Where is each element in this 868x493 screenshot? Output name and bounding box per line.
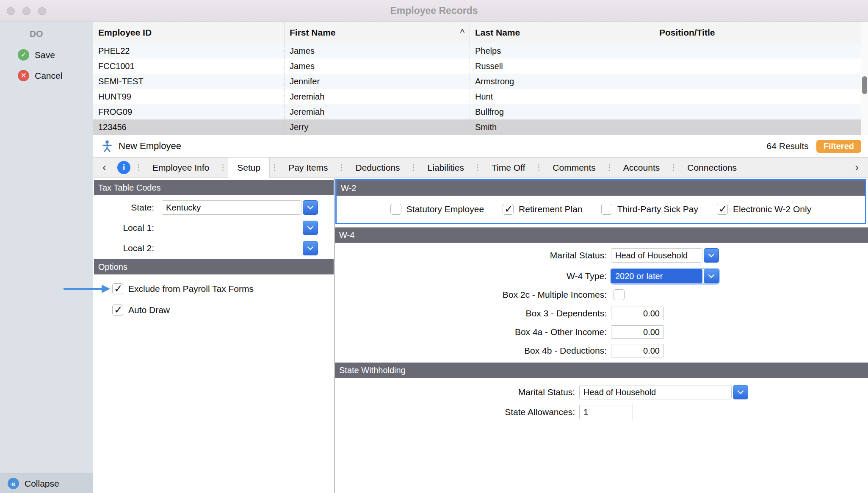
tab-liabilities[interactable]: Liabilities [419, 158, 473, 178]
cancel-button[interactable]: ✕ Cancel [0, 70, 93, 81]
local2-value[interactable] [162, 241, 301, 255]
tabs-scroll-right-icon[interactable]: › [846, 161, 868, 174]
w4-type-dropdown[interactable]: 2020 or later [611, 269, 719, 283]
chevron-down-icon[interactable] [303, 221, 318, 235]
tab-comments[interactable]: Comments [544, 158, 605, 178]
sw-marital-status-value[interactable]: Head of Household [579, 385, 732, 399]
do-header: DO [30, 29, 93, 39]
cell-employee-id: 123456 [93, 119, 285, 135]
auto-draw-checkbox[interactable] [112, 305, 123, 316]
w4-type-value[interactable]: 2020 or later [611, 269, 702, 283]
tab-separator-icon [534, 163, 544, 172]
local1-dropdown[interactable] [162, 221, 318, 235]
employee-table: Employee ID First Name ^ Last Name Posit… [93, 22, 868, 135]
w4-type-label: W-4 Type: [335, 271, 610, 281]
electronic-w2-only-checkbox[interactable] [717, 204, 728, 215]
minimize-button[interactable] [22, 7, 30, 15]
collapse-label: Collapse [25, 479, 59, 489]
cell-employee-id: PHEL22 [93, 43, 285, 58]
tab-bar: ‹ i Employee Info Setup Pay Items Deduct… [93, 158, 868, 178]
statutory-employee-checkbox[interactable] [390, 204, 401, 215]
box2c-label: Box 2c - Multiple Incomes: [335, 290, 610, 300]
auto-draw-row: Auto Draw [112, 303, 334, 317]
results-count: 64 Results [767, 141, 809, 151]
cell-first-name: Jennifer [285, 74, 470, 89]
column-header-position[interactable]: Position/Title [654, 22, 868, 43]
tabs-scroll-left-icon[interactable]: ‹ [93, 161, 116, 174]
column-header-employee-id[interactable]: Employee ID [93, 22, 285, 43]
tab-employee-info[interactable]: Employee Info [144, 158, 218, 178]
save-label: Save [35, 50, 55, 60]
box4a-other-income-field[interactable]: 0.00 [611, 325, 664, 339]
tab-separator-icon [337, 163, 347, 172]
table-header-row: Employee ID First Name ^ Last Name Posit… [93, 22, 868, 43]
local2-label: Local 2: [94, 243, 158, 253]
state-row: State: Kentucky [94, 200, 334, 215]
chevron-down-icon[interactable] [704, 248, 719, 263]
box3-label: Box 3 - Dependents: [335, 308, 610, 319]
zoom-button[interactable] [38, 7, 46, 15]
info-icon[interactable]: i [117, 161, 130, 174]
retirement-plan-item: Retirement Plan [503, 204, 583, 215]
tab-deductions[interactable]: Deductions [347, 158, 409, 178]
box4b-deductions-field[interactable]: 0.00 [611, 344, 664, 357]
state-value[interactable]: Kentucky [162, 200, 301, 215]
do-sidebar: DO ✓ Save ✕ Cancel « Collapse [0, 22, 93, 493]
tab-setup[interactable]: Setup [228, 158, 270, 178]
box3-dependents-field[interactable]: 0.00 [611, 307, 664, 320]
exclude-payroll-tax-forms-row: Exclude from Payroll Tax Forms [112, 282, 334, 296]
state-allowances-row: State Allowances: 1 [335, 405, 868, 419]
tab-time-off[interactable]: Time Off [483, 158, 534, 178]
w2-checkbox-row: Statutory Employee Retirement Plan Third… [337, 196, 865, 223]
chevron-down-icon[interactable] [704, 269, 719, 283]
exclude-payroll-tax-forms-label: Exclude from Payroll Tax Forms [128, 284, 254, 294]
table-row[interactable]: FROG09 Jeremiah Bullfrog [93, 104, 868, 119]
sw-marital-status-dropdown[interactable]: Head of Household [579, 385, 748, 399]
tab-pay-items[interactable]: Pay Items [279, 158, 337, 178]
table-row[interactable]: FCC1001 James Russell [93, 58, 868, 74]
table-row[interactable]: HUNT99 Jeremiah Hunt [93, 89, 868, 104]
section-header-tax-table-codes: Tax Table Codes [94, 180, 334, 195]
table-row[interactable]: 123456 Jerry Smith [93, 119, 868, 135]
table-row[interactable]: PHEL22 James Phelps [93, 43, 868, 58]
w4-marital-status-dropdown[interactable]: Head of Household [611, 248, 719, 263]
local2-dropdown[interactable] [162, 241, 318, 255]
tab-accounts[interactable]: Accounts [614, 158, 669, 178]
close-button[interactable] [7, 7, 15, 15]
third-party-sick-pay-item: Third-Party Sick Pay [601, 204, 698, 215]
tab-connections[interactable]: Connections [678, 158, 746, 178]
chevron-down-icon[interactable] [733, 385, 748, 399]
collapse-button[interactable]: « Collapse [0, 474, 93, 493]
column-header-first-name[interactable]: First Name ^ [285, 22, 470, 43]
table-scrollbar[interactable] [861, 22, 868, 135]
collapse-chevrons-icon: « [8, 478, 19, 489]
column-header-last-name[interactable]: Last Name [470, 22, 654, 43]
box3-row: Box 3 - Dependents: 0.00 [335, 307, 868, 320]
box2c-checkbox[interactable] [614, 289, 625, 300]
retirement-plan-label: Retirement Plan [519, 204, 583, 214]
section-header-w4: W-4 [335, 227, 868, 243]
retirement-plan-checkbox[interactable] [503, 204, 514, 215]
w4-marital-status-value[interactable]: Head of Household [611, 248, 702, 263]
save-button[interactable]: ✓ Save [0, 49, 93, 61]
chevron-down-icon[interactable] [303, 241, 318, 255]
chevron-down-icon[interactable] [303, 200, 318, 215]
box4b-label: Box 4b - Deductions: [335, 346, 610, 356]
record-title: New Employee [119, 141, 181, 152]
cell-first-name: Jeremiah [285, 89, 470, 104]
local1-value[interactable] [162, 221, 301, 235]
scrollbar-thumb[interactable] [862, 76, 867, 94]
state-dropdown[interactable]: Kentucky [162, 200, 318, 215]
state-allowances-field[interactable]: 1 [579, 405, 633, 419]
cell-employee-id: HUNT99 [93, 89, 285, 104]
cell-last-name: Hunt [470, 89, 654, 104]
table-row[interactable]: SEMI-TEST Jennifer Armstrong [93, 74, 868, 89]
setup-panel: Tax Table Codes State: Kentucky Local 1:… [93, 178, 868, 493]
filtered-badge[interactable]: Filtered [816, 140, 861, 153]
table-body: PHEL22 James Phelps FCC1001 James Russel… [93, 43, 868, 135]
withholding-pane: W-2 Statutory Employee Retirement Plan T… [334, 178, 868, 493]
electronic-w2-only-label: Electronic W-2 Only [733, 204, 811, 214]
third-party-sick-pay-checkbox[interactable] [601, 204, 612, 215]
tab-separator-icon [473, 163, 483, 172]
exclude-payroll-tax-forms-checkbox[interactable] [112, 283, 123, 294]
